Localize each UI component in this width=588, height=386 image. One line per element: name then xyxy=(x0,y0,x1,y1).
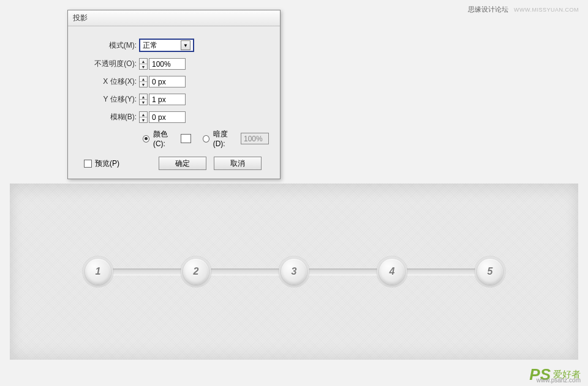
step-connector xyxy=(306,269,380,275)
blur-label: 模糊(B): xyxy=(79,112,139,122)
step-connector xyxy=(110,269,184,275)
blur-spinner[interactable]: ▲ ▼ xyxy=(139,111,148,123)
step-node-2: 2 xyxy=(183,259,209,284)
chevron-down-icon[interactable]: ▼ xyxy=(181,40,190,50)
mode-value: 正常 xyxy=(143,40,181,51)
watermark-bottom: PS 爱好者 www.psahz.com xyxy=(529,366,581,382)
ok-button[interactable]: 确定 xyxy=(159,157,206,170)
spinner-down-icon[interactable]: ▼ xyxy=(140,64,147,69)
spinner-up-icon[interactable]: ▲ xyxy=(140,76,147,82)
spinner-up-icon[interactable]: ▲ xyxy=(140,112,147,117)
preview-group: 预览(P) xyxy=(84,158,119,169)
y-offset-spinner[interactable]: ▲ ▼ xyxy=(139,94,148,105)
row-x-offset: X 位移(X): ▲ ▼ xyxy=(79,76,269,87)
step-connector xyxy=(404,269,478,275)
preview-label: 预览(P) xyxy=(95,158,119,169)
step-node-1: 1 xyxy=(85,259,111,284)
y-offset-label: Y 位移(Y): xyxy=(79,94,139,105)
preview-checkbox[interactable] xyxy=(84,160,92,168)
step-node-5: 5 xyxy=(477,259,503,284)
mode-label: 模式(M): xyxy=(79,40,139,51)
x-offset-label: X 位移(X): xyxy=(79,76,139,87)
step-node-4: 4 xyxy=(379,259,405,284)
mode-select[interactable]: 正常 ▼ xyxy=(139,39,194,52)
darkness-label: 暗度(D): xyxy=(213,129,237,148)
x-offset-spinner[interactable]: ▲ ▼ xyxy=(139,76,148,87)
opacity-label: 不透明度(O): xyxy=(79,59,139,69)
progress-stepper: 1 2 3 4 5 xyxy=(85,259,503,284)
darkness-input xyxy=(241,133,269,144)
watermark-url: WWW.MISSYUAN.COM xyxy=(514,7,579,13)
drop-shadow-dialog: 投影 模式(M): 正常 ▼ 不透明度(O): ▲ ▼ X 位移(X): ▲ ▼ xyxy=(67,10,281,179)
button-group: 确定 取消 xyxy=(159,157,262,170)
row-blur: 模糊(B): ▲ ▼ xyxy=(79,111,269,123)
spinner-down-icon[interactable]: ▼ xyxy=(140,100,147,105)
spinner-up-icon[interactable]: ▲ xyxy=(140,59,147,64)
spinner-up-icon[interactable]: ▲ xyxy=(140,94,147,100)
dialog-body: 模式(M): 正常 ▼ 不透明度(O): ▲ ▼ X 位移(X): ▲ ▼ Y … xyxy=(68,26,280,179)
opacity-spinner[interactable]: ▲ ▼ xyxy=(139,58,148,70)
row-y-offset: Y 位移(Y): ▲ ▼ xyxy=(79,94,269,105)
design-canvas: 1 2 3 4 5 xyxy=(10,184,578,360)
step-node-3: 3 xyxy=(281,259,307,284)
row-mode: 模式(M): 正常 ▼ xyxy=(79,39,269,52)
opacity-input[interactable] xyxy=(149,58,186,70)
spinner-down-icon[interactable]: ▼ xyxy=(140,117,147,122)
ps-url: www.psahz.com xyxy=(537,377,581,384)
color-swatch[interactable] xyxy=(181,134,190,143)
row-opacity: 不透明度(O): ▲ ▼ xyxy=(79,58,269,70)
watermark-top: 思缘设计论坛 WWW.MISSYUAN.COM xyxy=(468,5,579,14)
color-label: 颜色(C): xyxy=(153,129,177,148)
blur-input[interactable] xyxy=(149,111,186,123)
y-offset-input[interactable] xyxy=(149,94,186,105)
row-color: 颜色(C): 暗度(D): xyxy=(79,129,269,148)
cancel-button[interactable]: 取消 xyxy=(214,157,262,170)
watermark-site: 思缘设计论坛 xyxy=(468,6,508,13)
dialog-title[interactable]: 投影 xyxy=(68,10,280,26)
darkness-radio[interactable] xyxy=(203,135,209,143)
step-connector xyxy=(208,269,282,275)
color-radio[interactable] xyxy=(143,135,149,143)
spinner-down-icon[interactable]: ▼ xyxy=(140,82,147,87)
dialog-footer: 预览(P) 确定 取消 xyxy=(79,157,269,170)
x-offset-input[interactable] xyxy=(149,76,186,87)
